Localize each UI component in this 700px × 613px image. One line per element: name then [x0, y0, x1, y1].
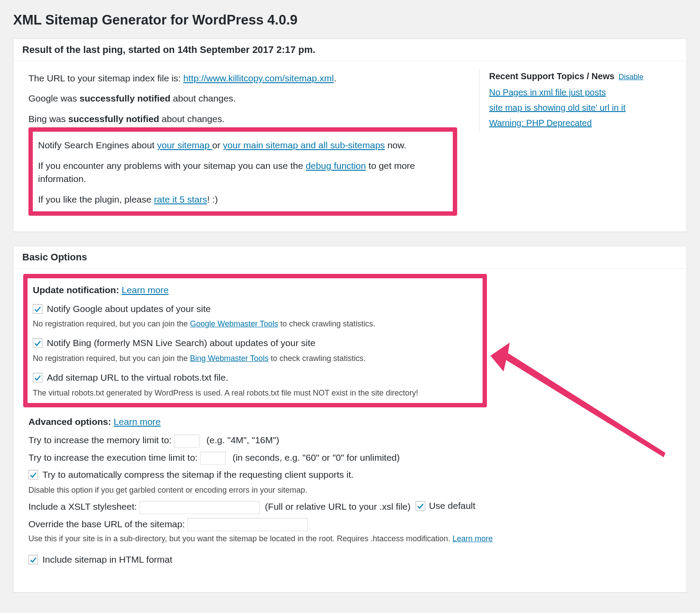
exec-time-label: Try to increase the execution time limit…	[28, 452, 198, 462]
notify-google-option[interactable]: Notify Google about updates of your site	[33, 302, 211, 315]
debug-function-link[interactable]: debug function	[306, 161, 366, 171]
callout-notify-box: Notify Search Engines about your sitemap…	[28, 127, 457, 216]
xslt-default-checkbox[interactable]	[416, 501, 425, 511]
support-topics-heading: Recent Support Topics / News	[489, 71, 614, 81]
xslt-label: Include a XSLT stylesheet:	[28, 501, 137, 511]
notify-all-sitemaps-link[interactable]: your main sitemap and all sub-sitemaps	[223, 140, 385, 150]
base-url-desc: Use this if your site is in a sub-direct…	[28, 534, 452, 543]
rate-link[interactable]: rate it 5 stars	[154, 194, 207, 204]
notify-google-checkbox[interactable]	[33, 304, 42, 314]
base-url-input[interactable]	[187, 518, 308, 531]
sitemap-url-link[interactable]: http://www.killitcopy.com/sitemap.xml	[183, 73, 334, 83]
ping-result-main: The URL to your sitemap index file is: h…	[28, 69, 479, 219]
notify-your-sitemap-link[interactable]: your sitemap	[157, 140, 212, 150]
notify-bing-checkbox[interactable]	[33, 338, 42, 348]
memory-limit-input[interactable]	[174, 434, 200, 448]
xslt-input[interactable]	[140, 501, 260, 514]
rate-line: If you like the plugin, please rate it 5…	[38, 193, 448, 206]
bing-webmaster-tools-link[interactable]: Bing Webmaster Tools	[190, 354, 268, 363]
compress-desc: Disable this option if you get garbled c…	[28, 484, 672, 496]
xslt-default-option[interactable]: Use default	[416, 499, 475, 512]
google-notify-line: Google was successfully notified about c…	[28, 92, 466, 105]
notify-google-label: Notify Google about updates of your site	[47, 302, 211, 315]
basic-options-panel: Basic Options Update notification: Learn…	[13, 246, 687, 592]
page-title: XML Sitemap Generator for WordPress 4.0.…	[13, 12, 687, 28]
callout-update-notification: Update notification: Learn more Notify G…	[23, 274, 487, 407]
compress-checkbox[interactable]	[28, 470, 38, 480]
robots-txt-label: Add sitemap URL to the virtual robots.tx…	[47, 371, 228, 384]
google-webmaster-tools-link[interactable]: Google Webmaster Tools	[190, 319, 278, 328]
basic-options-heading: Basic Options	[14, 246, 686, 269]
sitemap-url-prefix: The URL to your sitemap index file is:	[28, 73, 183, 83]
ping-result-panel: Result of the last ping, started on 14th…	[13, 39, 687, 232]
robots-txt-desc: The virtual robots.txt generated by Word…	[33, 387, 477, 399]
bing-notify-line: Bing was successfully notified about cha…	[28, 112, 466, 126]
support-topics-sidebar: Recent Support Topics / News Disable No …	[479, 69, 672, 132]
debug-line: If you encounter any problems with your …	[38, 159, 448, 186]
sitemap-url-line: The URL to your sitemap index file is: h…	[28, 72, 466, 85]
robots-txt-checkbox[interactable]	[33, 373, 42, 382]
support-topics-disable-link[interactable]: Disable	[619, 73, 644, 81]
memory-limit-label: Try to increase the memory limit to:	[28, 435, 172, 445]
update-notification-title: Update notification:	[33, 285, 119, 295]
compress-option[interactable]: Try to automatically compress the sitema…	[28, 468, 354, 481]
memory-limit-hint: (e.g. "4M", "16M")	[206, 435, 279, 445]
compress-label: Try to automatically compress the sitema…	[42, 468, 354, 481]
support-topic-link[interactable]: No Pages in xml file just posts	[489, 86, 672, 99]
update-notification-learn-more-link[interactable]: Learn more	[122, 285, 168, 295]
support-topic-link[interactable]: Warning: PHP Deprecated	[489, 117, 672, 130]
html-format-checkbox[interactable]	[28, 555, 38, 564]
notify-bing-option[interactable]: Notify Bing (formerly MSN Live Search) a…	[33, 336, 315, 350]
xslt-hint: (Full or relative URL to your .xsl file)	[265, 501, 411, 511]
xslt-default-label: Use default	[429, 499, 475, 512]
advanced-options-learn-more-link[interactable]: Learn more	[114, 417, 161, 427]
exec-time-input[interactable]	[200, 452, 226, 465]
notify-engines-line: Notify Search Engines about your sitemap…	[38, 139, 448, 152]
advanced-options-title: Advanced options:	[28, 417, 111, 427]
base-url-learn-more-link[interactable]: Learn more	[452, 534, 493, 543]
support-topic-link[interactable]: site map is showing old site' url in it	[489, 102, 672, 114]
notify-bing-label: Notify Bing (formerly MSN Live Search) a…	[47, 336, 315, 350]
html-format-label: Include sitemap in HTML format	[42, 553, 172, 566]
html-format-option[interactable]: Include sitemap in HTML format	[28, 553, 172, 566]
robots-txt-option[interactable]: Add sitemap URL to the virtual robots.tx…	[33, 371, 228, 384]
exec-time-hint: (in seconds, e.g. "60" or "0" for unlimi…	[232, 452, 399, 462]
base-url-label: Override the base URL of the sitemap:	[28, 519, 185, 529]
ping-result-heading: Result of the last ping, started on 14th…	[14, 39, 686, 61]
